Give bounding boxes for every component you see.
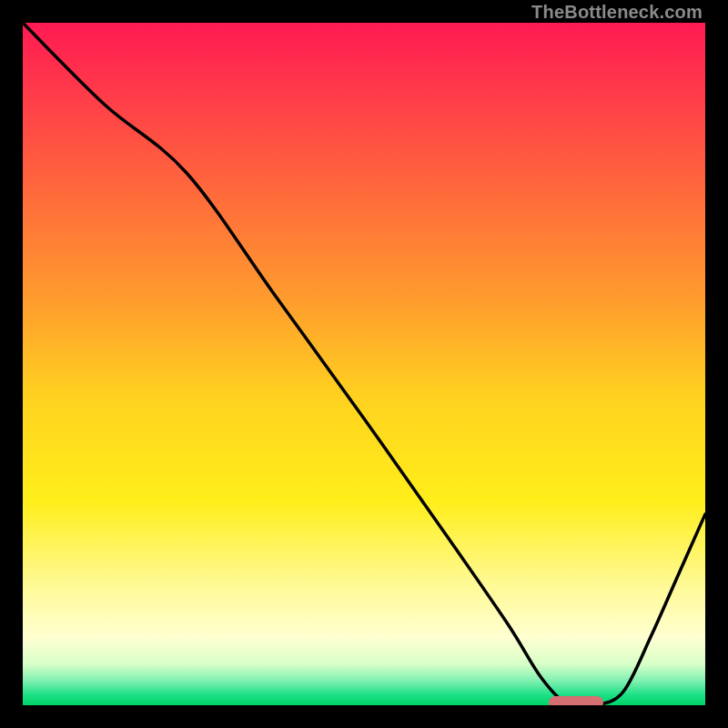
chart-frame: TheBottleneck.com bbox=[0, 0, 728, 728]
optimal-range-marker bbox=[549, 696, 603, 705]
plot-area bbox=[23, 23, 705, 705]
bottleneck-curve bbox=[23, 23, 705, 705]
watermark-text: TheBottleneck.com bbox=[531, 2, 703, 23]
